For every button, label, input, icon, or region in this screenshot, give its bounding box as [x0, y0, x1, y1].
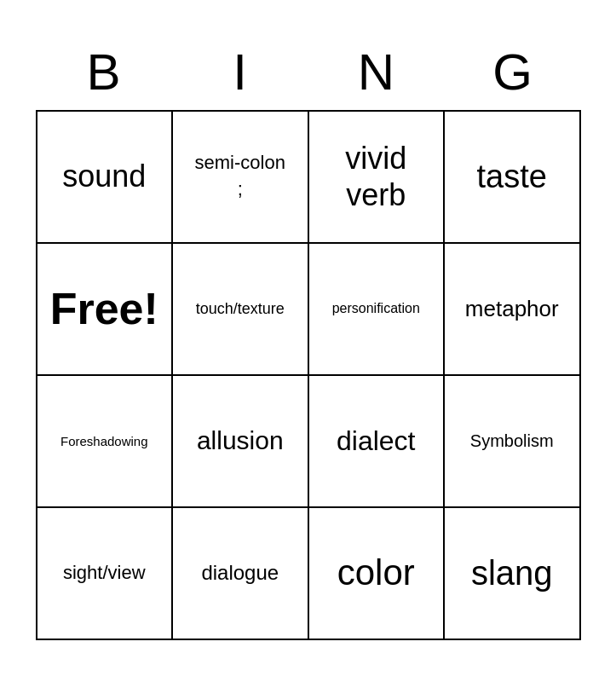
table-row: sight/view dialogue color slang — [37, 507, 580, 639]
bingo-header: B I N G — [36, 43, 581, 101]
cell-sound[interactable]: sound — [37, 111, 173, 243]
bingo-card: B I N G sound semi-colon; vividverb tast… — [19, 26, 598, 657]
bingo-grid: sound semi-colon; vividverb taste Free! … — [36, 110, 581, 640]
cell-metaphor[interactable]: metaphor — [444, 243, 580, 375]
cell-free[interactable]: Free! — [37, 243, 173, 375]
table-row: Free! touch/texture personification meta… — [37, 243, 580, 375]
cell-dialect[interactable]: dialect — [308, 375, 445, 507]
letter-n: N — [308, 43, 445, 101]
cell-allusion[interactable]: allusion — [172, 375, 308, 507]
cell-vivid-verb[interactable]: vividverb — [308, 111, 445, 243]
cell-sight[interactable]: sight/view — [37, 507, 173, 639]
cell-semicolon[interactable]: semi-colon; — [172, 111, 308, 243]
cell-symbolism[interactable]: Symbolism — [444, 375, 580, 507]
letter-g: G — [445, 43, 581, 101]
letter-i: I — [172, 43, 308, 101]
cell-foreshadowing[interactable]: Foreshadowing — [37, 375, 173, 507]
cell-taste[interactable]: taste — [444, 111, 580, 243]
cell-color[interactable]: color — [308, 507, 445, 639]
cell-personification[interactable]: personification — [308, 243, 445, 375]
table-row: sound semi-colon; vividverb taste — [37, 111, 580, 243]
table-row: Foreshadowing allusion dialect Symbolism — [37, 375, 580, 507]
letter-b: B — [36, 43, 172, 101]
cell-slang[interactable]: slang — [444, 507, 580, 639]
cell-dialogue[interactable]: dialogue — [172, 507, 308, 639]
cell-touch[interactable]: touch/texture — [172, 243, 308, 375]
